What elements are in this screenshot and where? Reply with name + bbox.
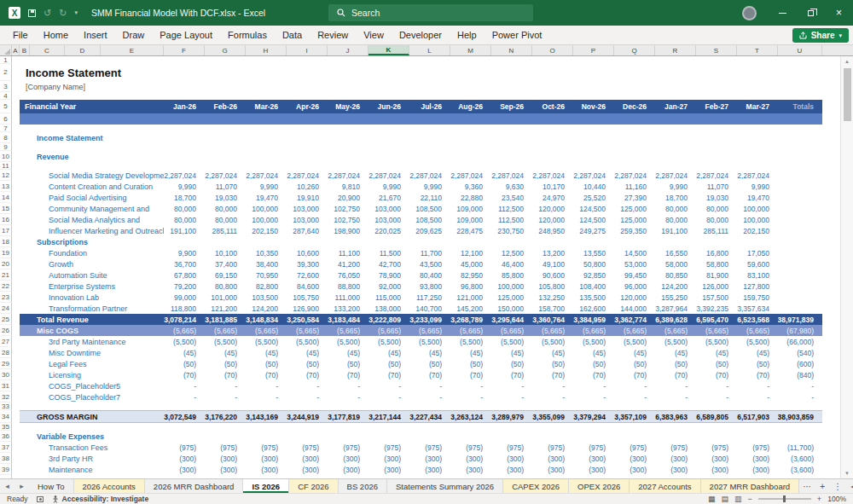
cell[interactable]: 3,072,549	[164, 411, 205, 422]
cell[interactable]: 6,523,568	[737, 314, 778, 325]
cell[interactable]: 127,800	[737, 281, 778, 292]
cell[interactable]: 76,050	[328, 269, 368, 281]
cell[interactable]: 100,000	[737, 203, 778, 214]
cell[interactable]: -	[450, 380, 491, 391]
cell[interactable]: 3,222,809	[368, 314, 409, 325]
normal-view-icon[interactable]: ▦	[708, 495, 716, 503]
save-icon[interactable]	[28, 9, 36, 17]
row-header-3[interactable]: 3	[0, 81, 12, 92]
cell[interactable]: 155,250	[655, 292, 696, 303]
row-label[interactable]: GROSS MARGIN	[20, 411, 164, 422]
cell[interactable]: 3,289,979	[491, 411, 532, 422]
cell-total[interactable]	[778, 303, 822, 314]
cell[interactable]: Feb-27	[696, 100, 737, 113]
cell[interactable]: 80,000	[205, 203, 246, 214]
cell[interactable]: (975)	[696, 442, 737, 453]
cell[interactable]: -	[655, 391, 696, 403]
cell[interactable]: (300)	[655, 464, 696, 475]
row-label[interactable]: Misc COGS	[20, 325, 164, 336]
cell[interactable]: 59,600	[737, 258, 778, 269]
cell[interactable]: (50)	[205, 358, 246, 369]
cell[interactable]: 3,148,834	[246, 314, 287, 325]
cell[interactable]: (70)	[450, 369, 491, 380]
cell-total[interactable]: (11,700)	[778, 442, 822, 453]
ribbon-tab-power-pivot[interactable]: Power Pivot	[485, 26, 550, 44]
cell[interactable]: 2,287,024	[655, 170, 696, 181]
cell[interactable]: (50)	[409, 358, 450, 369]
row-header-2[interactable]: 2	[0, 64, 12, 81]
cell[interactable]: 287,640	[287, 225, 328, 236]
row-label[interactable]: Income Statement	[12, 132, 164, 143]
row-label[interactable]: Social Media Strategy Development	[12, 170, 164, 181]
row-header-35[interactable]: 35	[0, 423, 12, 431]
row-header-34[interactable]: 34	[0, 410, 12, 423]
cell[interactable]: (70)	[287, 369, 328, 380]
cell[interactable]: (300)	[655, 453, 696, 464]
cell[interactable]: 125,000	[491, 292, 532, 303]
cell[interactable]: 125,000	[614, 203, 655, 214]
cell[interactable]: 9,810	[328, 181, 368, 192]
ribbon-tab-help[interactable]: Help	[450, 26, 485, 44]
cell-total[interactable]	[778, 192, 822, 203]
cell[interactable]: 230,750	[491, 225, 532, 236]
row-label[interactable]: Innovation Lab	[12, 292, 164, 303]
cell[interactable]: (300)	[246, 464, 287, 475]
sheet-nav-right-icon[interactable]: ▸	[15, 479, 29, 493]
cell[interactable]: Nov-26	[573, 100, 614, 113]
cell[interactable]: 3,357,109	[614, 411, 655, 422]
cell[interactable]: 209,625	[409, 225, 450, 236]
cell[interactable]: (70)	[328, 369, 368, 380]
cell[interactable]: (5,500)	[287, 336, 328, 347]
cell[interactable]: -	[696, 391, 737, 403]
more-sheets-icon[interactable]: ⋯	[799, 479, 815, 493]
cell[interactable]: (300)	[614, 453, 655, 464]
cell[interactable]: (45)	[491, 347, 532, 358]
row-header-36[interactable]: 36	[0, 431, 12, 442]
cell[interactable]: 6,517,903	[737, 411, 778, 422]
column-header-G[interactable]: G	[205, 45, 246, 55]
cell[interactable]: (5,665)	[246, 325, 287, 336]
cell[interactable]: 80,400	[409, 269, 450, 281]
cell[interactable]: 100,000	[737, 214, 778, 225]
row-label[interactable]: COGS_Placeholder5	[12, 380, 164, 391]
cell[interactable]: -	[287, 380, 328, 391]
cell[interactable]: 9,900	[164, 247, 205, 258]
cell[interactable]: (70)	[491, 369, 532, 380]
cell[interactable]: 111,000	[328, 292, 368, 303]
cell[interactable]: 3,392,235	[696, 303, 737, 314]
cell[interactable]: 2,287,024	[450, 170, 491, 181]
cell[interactable]: 109,000	[450, 214, 491, 225]
cell[interactable]: 10,170	[532, 181, 573, 192]
sheet-nav-left-icon[interactable]: ◂	[0, 479, 15, 493]
column-header-Q[interactable]: Q	[614, 45, 655, 55]
column-header-K[interactable]: K	[368, 45, 409, 55]
cell[interactable]: (5,665)	[532, 325, 573, 336]
cell[interactable]: 144,000	[614, 303, 655, 314]
cell[interactable]: -	[573, 380, 614, 391]
cell[interactable]: 3,177,819	[328, 411, 368, 422]
cell[interactable]: 121,200	[205, 303, 246, 314]
cell[interactable]: 6,383,963	[655, 411, 696, 422]
cell[interactable]: (50)	[246, 358, 287, 369]
cell[interactable]: 3,357,634	[737, 303, 778, 314]
cell[interactable]: (50)	[450, 358, 491, 369]
sheet-tab-2026-accounts[interactable]: 2026 Accounts	[74, 479, 145, 493]
cell[interactable]: 80,000	[164, 214, 205, 225]
row-header-22[interactable]: 22	[0, 281, 12, 292]
sheet-tab-2027-accounts[interactable]: 2027 Accounts	[630, 479, 700, 493]
cell-total[interactable]: -	[778, 391, 822, 403]
cell[interactable]: 41,200	[328, 258, 368, 269]
cell[interactable]: (70)	[614, 369, 655, 380]
cell[interactable]: (5,665)	[164, 325, 205, 336]
cell-total[interactable]	[778, 258, 822, 269]
cell[interactable]: 103,500	[246, 292, 287, 303]
cell[interactable]: (70)	[205, 369, 246, 380]
cell[interactable]: 138,000	[368, 303, 409, 314]
cell[interactable]: 99,450	[614, 269, 655, 281]
column-header-B[interactable]: B	[20, 45, 30, 55]
cell[interactable]: 16,800	[696, 247, 737, 258]
cell[interactable]: (300)	[164, 453, 205, 464]
ribbon-tab-draw[interactable]: Draw	[115, 26, 153, 44]
cell[interactable]: 42,700	[368, 258, 409, 269]
cell[interactable]: (300)	[205, 453, 246, 464]
